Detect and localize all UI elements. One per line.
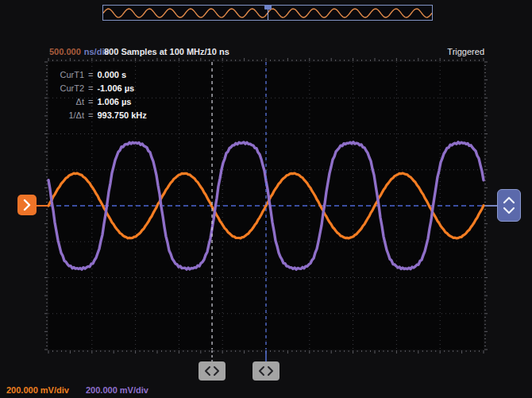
overview-strip[interactable] xyxy=(102,5,433,21)
chevron-left-right-icon xyxy=(253,361,279,381)
cursor-readout: CurT1 = 0.000 s CurT2 = -1.006 µs Δt = 1… xyxy=(51,68,147,122)
timebase-value: 500.000 xyxy=(49,47,81,56)
trigger-status: Triggered xyxy=(447,47,484,56)
sample-info: 800 Samples at 100 MHz/10 ns xyxy=(104,47,229,56)
ch1-scale-label: 200.000 mV/div xyxy=(6,385,69,395)
ch1-level-marker[interactable] xyxy=(17,195,37,215)
readout-row-dt: Δt = 1.006 µs xyxy=(51,95,147,109)
readout-label: CurT2 xyxy=(51,82,84,95)
ch2-scale-label: 200.000 mV/div xyxy=(86,385,148,395)
readout-value: 993.750 kHz xyxy=(97,109,146,122)
readout-eq: = xyxy=(88,82,93,95)
scope-plot xyxy=(0,0,532,398)
ch2-level-marker[interactable] xyxy=(497,189,521,222)
readout-row-curt1: CurT1 = 0.000 s xyxy=(51,68,147,82)
readout-label: Δt xyxy=(51,95,84,109)
readout-eq: = xyxy=(88,109,93,122)
readout-label: CurT1 xyxy=(51,68,84,82)
cursor-t2-handle[interactable] xyxy=(199,361,226,381)
readout-eq: = xyxy=(88,95,93,109)
cursor-t1-handle[interactable] xyxy=(253,361,279,381)
readout-value: -1.006 µs xyxy=(97,82,134,95)
readout-value: 0.000 s xyxy=(97,68,126,82)
oscilloscope-app: 500.000ns/div 800 Samples at 100 MHz/10 … xyxy=(0,0,532,398)
trigger-position-line xyxy=(268,10,268,20)
chevron-right-icon xyxy=(17,195,37,215)
chevron-up-down-icon xyxy=(498,190,520,221)
readout-label: 1/Δt xyxy=(51,109,84,122)
readout-value: 1.006 µs xyxy=(97,95,131,109)
readout-eq: = xyxy=(88,68,93,82)
readout-row-curt2: CurT2 = -1.006 µs xyxy=(51,82,147,95)
chevron-left-right-icon xyxy=(199,361,226,381)
timebase-readout: 500.000ns/div xyxy=(49,47,110,56)
readout-row-inv-dt: 1/Δt = 993.750 kHz xyxy=(51,109,147,122)
